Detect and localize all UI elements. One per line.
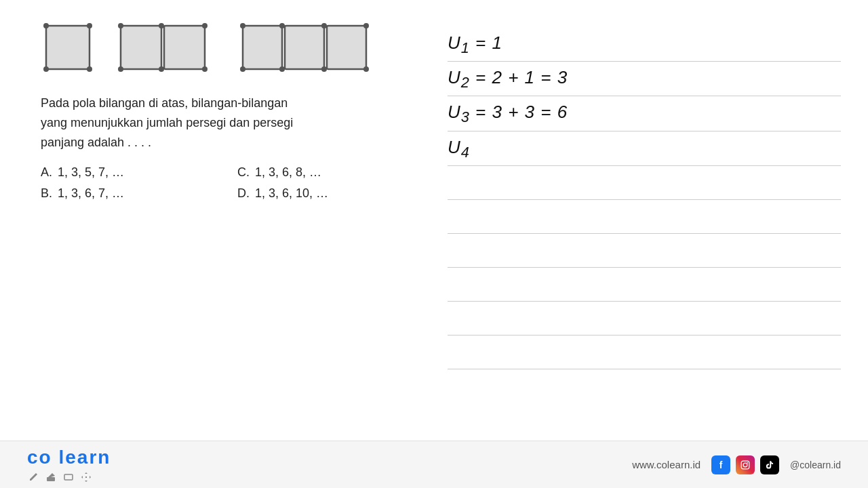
svg-point-28 [743,463,747,467]
option-d: D. 1, 3, 6, 10, … [237,186,407,201]
work-line-9 [448,302,841,336]
question-text: Pada pola bilangan di atas, bilangan-bil… [41,94,407,152]
option-a-value: 1, 3, 5, 7, … [58,165,124,180]
social-icons: f [711,455,779,474]
right-panel: U1 = 1 U2 = 2 + 1 = 3 U3 = 3 + 3 = 6 U4 [448,20,841,420]
svg-point-21 [279,66,285,72]
tiktok-icon[interactable] [760,455,779,474]
footer-right: www.colearn.id f @colearn.id [632,455,841,474]
svg-rect-6 [164,26,205,69]
svg-point-22 [321,66,327,72]
left-panel: Pada pola bilangan di atas, bilangan-bil… [41,20,407,420]
move-icon[interactable] [80,471,92,483]
shapes-illustration [41,20,407,75]
option-c-label: C. [237,165,250,180]
footer-left: co learn [27,447,111,483]
option-d-label: D. [237,186,250,201]
pencil-icon[interactable] [27,471,39,483]
svg-point-19 [363,23,369,28]
option-c: C. 1, 3, 6, 8, … [237,165,407,180]
svg-rect-15 [327,26,366,69]
colearn-logo: co learn [27,447,111,468]
option-b-label: B. [41,186,52,201]
work-line-3: U3 = 3 + 3 = 6 [448,96,841,131]
svg-rect-24 [47,477,55,481]
work-line-10 [448,336,841,369]
svg-point-20 [240,66,245,72]
eraser-icon[interactable] [45,471,57,483]
svg-point-3 [43,66,49,72]
svg-point-9 [202,23,208,28]
rectangle-icon[interactable] [62,471,75,483]
svg-point-12 [202,66,208,72]
social-handle: @colearn.id [790,460,841,470]
work-line-4: U4 [448,131,841,166]
option-b: B. 1, 3, 6, 7, … [41,186,210,201]
svg-point-1 [43,23,49,28]
option-c-value: 1, 3, 6, 8, … [255,165,321,180]
svg-rect-27 [741,461,749,469]
svg-point-4 [87,66,92,72]
svg-rect-25 [64,474,73,480]
work-line-5 [448,166,841,200]
work-line-3-text: U3 = 3 + 3 = 6 [448,102,568,122]
svg-point-2 [87,23,92,28]
work-line-6 [448,200,841,234]
main-content: Pada pola bilangan di atas, bilangan-bil… [0,0,868,434]
svg-rect-0 [46,26,90,69]
footer: co learn [0,441,868,488]
work-line-2-text: U2 = 2 + 1 = 3 [448,67,568,87]
shape-group-3 [237,20,383,75]
svg-point-11 [159,66,164,72]
facebook-icon[interactable]: f [711,455,730,474]
svg-rect-5 [121,26,161,69]
svg-point-10 [118,66,123,72]
svg-rect-26 [85,476,87,478]
svg-rect-14 [285,26,324,69]
work-line-7 [448,234,841,268]
svg-rect-13 [243,26,282,69]
options-grid: A. 1, 3, 5, 7, … C. 1, 3, 6, 8, … B. 1, … [41,165,407,201]
work-line-8 [448,268,841,302]
footer-website: www.colearn.id [632,459,701,470]
option-a: A. 1, 3, 5, 7, … [41,165,210,180]
svg-point-23 [363,66,369,72]
svg-point-16 [240,23,245,28]
svg-point-17 [279,23,285,28]
option-b-value: 1, 3, 6, 7, … [58,186,124,201]
option-d-value: 1, 3, 6, 10, … [255,186,328,201]
work-lines: U1 = 1 U2 = 2 + 1 = 3 U3 = 3 + 3 = 6 U4 [448,27,841,369]
shape-group-1 [41,20,95,75]
work-line-4-text: U4 [448,137,470,157]
shape-group-2 [115,20,217,75]
svg-point-8 [159,23,164,28]
option-a-label: A. [41,165,52,180]
svg-point-7 [118,23,123,28]
svg-point-18 [321,23,327,28]
footer-tools[interactable] [27,471,111,483]
work-line-1: U1 = 1 [448,27,841,62]
work-line-2: U2 = 2 + 1 = 3 [448,62,841,96]
work-line-1-text: U1 = 1 [448,33,502,53]
instagram-icon[interactable] [736,455,755,474]
svg-point-29 [747,462,748,463]
